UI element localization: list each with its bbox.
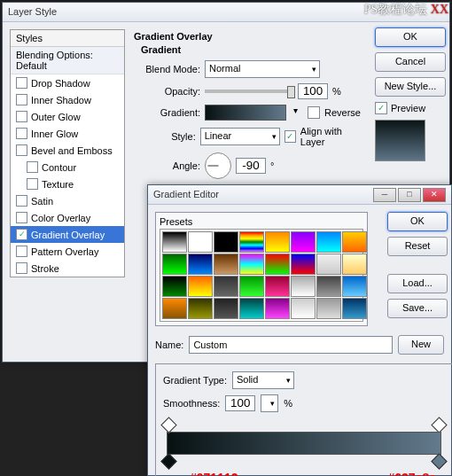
smoothness-label: Smoothness: bbox=[163, 398, 220, 409]
preset-swatch[interactable] bbox=[162, 276, 187, 297]
preview-checkbox[interactable]: ✓ bbox=[375, 102, 387, 114]
preset-swatch[interactable] bbox=[214, 276, 238, 297]
panel-subtitle: Gradient bbox=[141, 44, 364, 55]
style-satin[interactable]: Satin bbox=[11, 192, 124, 209]
maximize-button[interactable]: □ bbox=[398, 188, 421, 202]
style-pattern-overlay[interactable]: Pattern Overlay bbox=[11, 243, 124, 260]
preset-swatch[interactable] bbox=[316, 276, 341, 297]
preset-swatch[interactable] bbox=[239, 298, 264, 319]
new-button[interactable]: New bbox=[398, 335, 444, 355]
watermark-text: PS教程论坛 XX bbox=[364, 2, 448, 18]
preset-swatch[interactable] bbox=[214, 298, 238, 319]
style-contour[interactable]: Contour bbox=[11, 159, 124, 176]
gradient-editor-window: Gradient Editor ─ □ ✕ Presets OK Reset L… bbox=[147, 184, 452, 476]
preset-swatch[interactable] bbox=[265, 276, 290, 297]
preset-swatch[interactable] bbox=[316, 231, 341, 253]
gradient-editor-titlebar[interactable]: Gradient Editor ─ □ ✕ bbox=[148, 185, 451, 205]
opacity-stop-left[interactable] bbox=[160, 417, 176, 433]
preset-swatch[interactable] bbox=[162, 298, 187, 319]
style-drop-shadow[interactable]: Drop Shadow bbox=[11, 74, 124, 91]
preset-swatch[interactable] bbox=[342, 254, 367, 275]
name-input[interactable]: Custom bbox=[189, 336, 393, 354]
preset-swatch[interactable] bbox=[188, 254, 213, 275]
color-stop-left[interactable] bbox=[160, 453, 176, 469]
preset-swatch[interactable] bbox=[188, 298, 213, 319]
presets-panel: Presets bbox=[155, 212, 368, 326]
angle-input[interactable] bbox=[236, 158, 266, 174]
opacity-input[interactable] bbox=[298, 83, 328, 99]
ge-load-button[interactable]: Load... bbox=[387, 274, 448, 293]
reverse-checkbox[interactable] bbox=[308, 106, 320, 119]
preset-swatch[interactable] bbox=[342, 231, 367, 253]
ok-button[interactable]: OK bbox=[375, 27, 446, 47]
opacity-stop-right[interactable] bbox=[431, 417, 447, 433]
preset-swatch[interactable] bbox=[291, 231, 316, 253]
style-gradient-overlay[interactable]: ✓Gradient Overlay bbox=[11, 226, 124, 243]
presets-grid bbox=[160, 229, 363, 322]
style-texture[interactable]: Texture bbox=[11, 176, 124, 192]
style-label: Style: bbox=[134, 131, 196, 142]
style-inner-shadow[interactable]: Inner Shadow bbox=[11, 91, 124, 108]
ge-reset-button[interactable]: Reset bbox=[387, 237, 448, 256]
blend-mode-label: Blend Mode: bbox=[134, 64, 200, 74]
preset-swatch[interactable] bbox=[188, 276, 213, 297]
hex-left: #071112 bbox=[190, 471, 238, 476]
preset-swatch[interactable] bbox=[214, 231, 238, 253]
new-style-button[interactable]: New Style... bbox=[375, 77, 446, 97]
align-checkbox[interactable]: ✓ bbox=[284, 130, 296, 143]
angle-dial[interactable] bbox=[205, 152, 231, 179]
gradient-preview[interactable] bbox=[205, 105, 286, 121]
checkbox[interactable] bbox=[16, 77, 27, 89]
opacity-label: Opacity: bbox=[134, 86, 200, 97]
name-label: Name: bbox=[155, 339, 183, 350]
close-button[interactable]: ✕ bbox=[423, 188, 446, 202]
minimize-button[interactable]: ─ bbox=[373, 188, 396, 202]
preset-swatch[interactable] bbox=[291, 276, 316, 297]
preset-swatch[interactable] bbox=[342, 276, 367, 297]
gradient-label: Gradient: bbox=[134, 107, 200, 118]
smoothness-input[interactable] bbox=[225, 395, 255, 411]
preset-swatch[interactable] bbox=[239, 254, 264, 275]
styles-list: Styles Blending Options: Default Drop Sh… bbox=[10, 29, 125, 277]
preset-swatch[interactable] bbox=[342, 298, 367, 319]
preset-swatch[interactable] bbox=[265, 231, 290, 253]
opacity-slider[interactable] bbox=[205, 90, 293, 93]
gradient-type-select[interactable]: Solid bbox=[232, 371, 294, 389]
gradient-type-label: Gradient Type: bbox=[163, 375, 227, 386]
style-inner-glow[interactable]: Inner Glow bbox=[11, 125, 124, 142]
angle-label: Angle: bbox=[134, 160, 200, 171]
preset-swatch[interactable] bbox=[239, 276, 264, 297]
gradient-bar[interactable]: #071112 #637a8c bbox=[163, 419, 445, 471]
cancel-button[interactable]: Cancel bbox=[375, 52, 446, 72]
preset-swatch[interactable] bbox=[291, 254, 316, 275]
preset-swatch[interactable] bbox=[162, 254, 187, 275]
preset-swatch[interactable] bbox=[291, 298, 316, 319]
style-outer-glow[interactable]: Outer Glow bbox=[11, 108, 124, 125]
style-bevel-emboss[interactable]: Bevel and Emboss bbox=[11, 142, 124, 159]
preset-swatch[interactable] bbox=[188, 231, 213, 253]
preset-swatch[interactable] bbox=[214, 254, 238, 275]
smoothness-stepper[interactable] bbox=[261, 394, 278, 412]
preset-swatch[interactable] bbox=[239, 231, 264, 253]
style-color-overlay[interactable]: Color Overlay bbox=[11, 209, 124, 226]
panel-title: Gradient Overlay bbox=[134, 31, 364, 42]
preset-swatch[interactable] bbox=[316, 254, 341, 275]
style-select[interactable]: Linear bbox=[200, 128, 280, 145]
blend-mode-select[interactable]: Normal bbox=[205, 60, 320, 78]
color-stop-right[interactable] bbox=[431, 453, 447, 469]
preset-swatch[interactable] bbox=[265, 254, 290, 275]
preview-swatch bbox=[375, 120, 425, 161]
styles-header[interactable]: Styles bbox=[11, 30, 124, 47]
ge-save-button[interactable]: Save... bbox=[387, 299, 448, 318]
preset-swatch[interactable] bbox=[265, 298, 290, 319]
preset-swatch[interactable] bbox=[316, 298, 341, 319]
preset-swatch[interactable] bbox=[162, 231, 187, 253]
hex-right: #637a8c bbox=[387, 471, 436, 476]
presets-label: Presets bbox=[160, 216, 363, 227]
style-stroke[interactable]: Stroke bbox=[11, 260, 124, 277]
blending-options-default[interactable]: Blending Options: Default bbox=[11, 47, 124, 74]
ge-ok-button[interactable]: OK bbox=[387, 212, 448, 231]
